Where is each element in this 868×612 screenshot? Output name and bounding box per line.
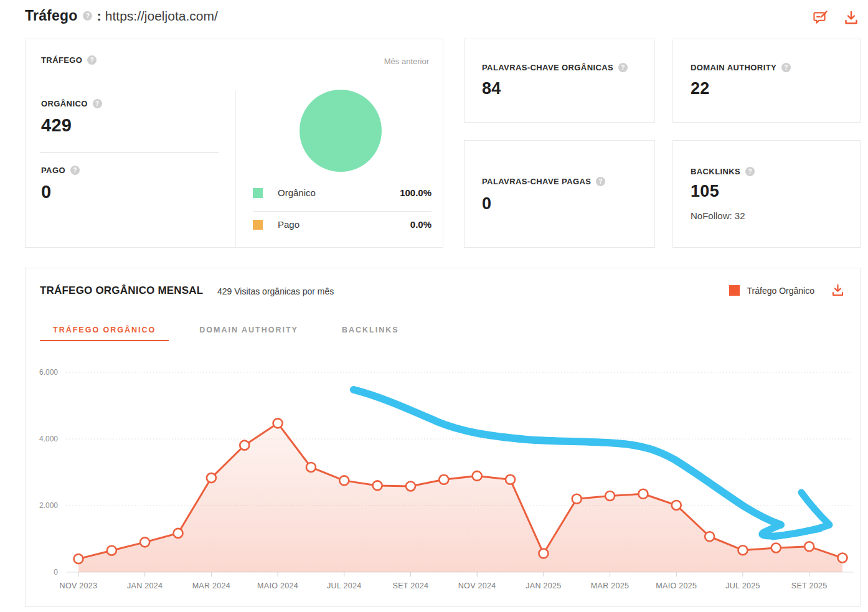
help-icon[interactable]: ? xyxy=(93,99,102,108)
svg-text:6.000: 6.000 xyxy=(39,368,58,377)
traffic-donut-chart xyxy=(300,90,382,172)
title-colon: : xyxy=(97,8,101,24)
monthly-traffic-card: TRÁFEGO ORGÂNICO MENSAL 429 Visitas orgâ… xyxy=(25,268,861,607)
traffic-card-label-text: TRÁFEGO xyxy=(41,55,82,65)
help-icon[interactable]: ? xyxy=(781,63,791,72)
svg-text:MAIO 2025: MAIO 2025 xyxy=(656,581,697,590)
help-icon[interactable]: ? xyxy=(83,11,92,21)
organic-label-text: ORGÂNICO xyxy=(41,99,88,108)
organic-swatch xyxy=(253,188,263,198)
divider xyxy=(253,211,432,212)
legend-label: Pago xyxy=(278,219,300,230)
svg-text:SET 2024: SET 2024 xyxy=(393,581,429,590)
card-label: DOMAIN AUTHORITY ? xyxy=(691,63,795,72)
tab-domain-authority[interactable]: DOMAIN AUTHORITY xyxy=(186,322,311,341)
traffic-card-label: TRÁFEGO ? xyxy=(41,55,101,65)
card-label-text: PALAVRAS-CHAVE PAGAS xyxy=(482,177,591,186)
donut-legend-paid: Pago 0.0% xyxy=(253,219,432,230)
traffic-card: TRÁFEGO ? Mês anterior ORGÂNICO ? 429 PA… xyxy=(25,39,443,248)
page-title: Tráfego xyxy=(25,7,77,24)
chart-title: TRÁFEGO ORGÂNICO MENSAL xyxy=(40,285,203,297)
edit-note-button[interactable] xyxy=(813,10,829,26)
domain-authority-card: DOMAIN AUTHORITY ? 22 xyxy=(672,39,861,123)
svg-text:JAN 2025: JAN 2025 xyxy=(526,581,561,590)
help-icon[interactable]: ? xyxy=(70,166,80,175)
chart-subtitle: 429 Visitas orgânicas por mês xyxy=(217,286,334,296)
card-label-text: DOMAIN AUTHORITY xyxy=(691,63,776,72)
card-label: PALAVRAS-CHAVE PAGAS ? xyxy=(482,177,610,186)
card-label: BACKLINKS ? xyxy=(691,167,759,176)
svg-text:MAR 2024: MAR 2024 xyxy=(192,581,230,590)
series-swatch xyxy=(729,285,740,296)
paid-value: 0 xyxy=(41,182,51,202)
paid-swatch xyxy=(253,220,263,230)
tab-backlinks[interactable]: BACKLINKS xyxy=(329,322,412,341)
donut-legend-organic: Orgânico 100.0% xyxy=(253,187,432,198)
card-value: 22 xyxy=(691,79,710,98)
series-label: Tráfego Orgânico xyxy=(747,286,814,296)
tab-tr-fego-org-nico[interactable]: TRÁFEGO ORGÂNICO xyxy=(40,322,169,341)
card-label-text: BACKLINKS xyxy=(691,167,740,176)
download-report-button[interactable] xyxy=(843,10,859,26)
divider xyxy=(40,152,219,153)
card-label: PALAVRAS-CHAVE ORGÂNICAS ? xyxy=(482,63,632,72)
legend-value: 0.0% xyxy=(410,219,432,230)
paid-label-text: PAGO xyxy=(41,166,65,175)
site-url: https://joeljota.com/ xyxy=(105,9,218,24)
help-icon[interactable]: ? xyxy=(596,177,605,186)
card-value: 84 xyxy=(482,79,501,98)
card-value: 105 xyxy=(691,182,719,201)
organic-label: ORGÂNICO ? xyxy=(41,99,106,108)
svg-text:NOV 2024: NOV 2024 xyxy=(458,581,496,590)
help-icon[interactable]: ? xyxy=(87,55,97,65)
legend-value: 100.0% xyxy=(400,187,432,198)
svg-text:2.000: 2.000 xyxy=(39,501,58,510)
chart-legend: Tráfego Orgânico xyxy=(729,283,845,298)
svg-text:SET 2025: SET 2025 xyxy=(791,581,828,590)
note-edit-icon xyxy=(813,10,829,26)
organic-value: 429 xyxy=(41,115,72,136)
svg-text:MAR 2025: MAR 2025 xyxy=(591,581,629,590)
svg-text:JUL 2024: JUL 2024 xyxy=(327,581,361,590)
organic-keywords-card: PALAVRAS-CHAVE ORGÂNICAS ? 84 xyxy=(464,39,655,123)
svg-text:JAN 2024: JAN 2024 xyxy=(127,581,163,590)
paid-label: PAGO ? xyxy=(41,166,84,175)
period-label: Mês anterior xyxy=(384,57,429,66)
card-label-text: PALAVRAS-CHAVE ORGÂNICAS xyxy=(482,63,613,72)
svg-text:NOV 2023: NOV 2023 xyxy=(60,581,98,590)
svg-text:JUL 2025: JUL 2025 xyxy=(725,581,760,590)
chart-tabs: TRÁFEGO ORGÂNICODOMAIN AUTHORITYBACKLINK… xyxy=(40,322,412,341)
organic-traffic-line-chart: 02.0004.0006.000NOV 2023JAN 2024MAR 2024… xyxy=(26,348,861,608)
svg-text:0: 0 xyxy=(54,568,58,577)
nofollow-count: NoFollow: 32 xyxy=(691,210,745,221)
chart-download-button[interactable] xyxy=(831,283,845,298)
backlinks-card: BACKLINKS ? 105 NoFollow: 32 xyxy=(672,140,861,248)
legend-label: Orgânico xyxy=(278,187,316,198)
dashboard-page: Tráfego ? : https://joeljota.com/ TRÁFEG… xyxy=(0,0,868,612)
svg-text:MAIO 2024: MAIO 2024 xyxy=(257,581,298,590)
download-icon xyxy=(843,10,859,26)
divider xyxy=(235,91,236,247)
card-value: 0 xyxy=(482,194,491,214)
help-icon[interactable]: ? xyxy=(745,167,755,176)
paid-keywords-card: PALAVRAS-CHAVE PAGAS ? 0 xyxy=(464,140,655,248)
help-icon[interactable]: ? xyxy=(618,63,628,72)
svg-text:4.000: 4.000 xyxy=(39,435,58,443)
download-icon xyxy=(831,283,845,298)
page-header: Tráfego ? : https://joeljota.com/ xyxy=(25,7,218,24)
